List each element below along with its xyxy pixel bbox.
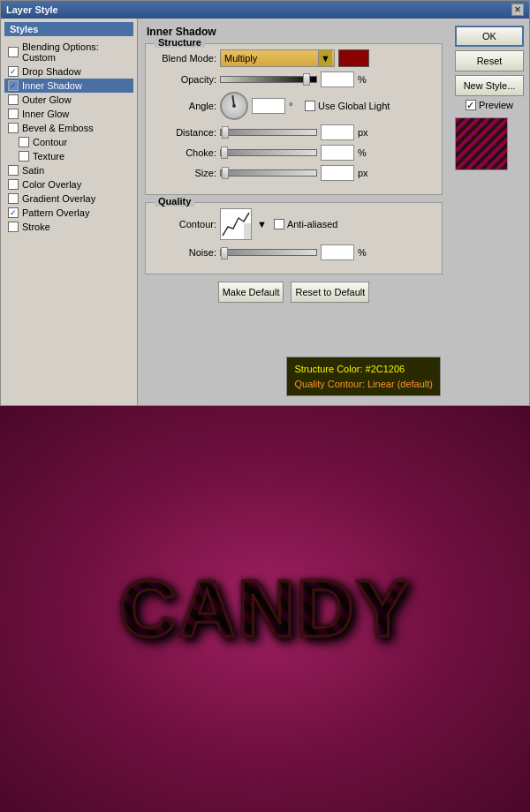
buttons-panel: OK Reset New Style... ✓ Preview	[450, 19, 529, 405]
use-global-light-checkbox[interactable]	[305, 101, 315, 111]
choke-row: Choke: 0 %	[155, 145, 433, 161]
contour-row-label: Contour:	[155, 219, 216, 229]
angle-needle	[231, 95, 235, 106]
inner-shadow-label: Inner Shadow	[22, 80, 82, 91]
blend-mode-dropdown-arrow[interactable]: ▼	[318, 50, 332, 66]
sidebar-item-drop-shadow[interactable]: Drop Shadow	[4, 64, 133, 79]
canvas-area: CANDY	[0, 406, 530, 812]
distance-slider-container	[220, 129, 317, 136]
sidebar-item-contour[interactable]: Contour	[4, 135, 133, 149]
angle-input[interactable]: 172	[252, 98, 285, 114]
size-unit: px	[358, 168, 370, 178]
blend-color-swatch[interactable]	[338, 49, 369, 67]
ok-button[interactable]: OK	[455, 26, 524, 47]
inner-glow-label: Inner Glow	[22, 109, 69, 119]
sidebar-item-gradient-overlay[interactable]: Gradient Overlay	[4, 192, 133, 206]
layer-style-dialog: Layer Style ✕ Styles Blending Options: C…	[0, 0, 530, 406]
choke-unit: %	[358, 147, 370, 158]
anti-aliased-text: Anti-aliased	[287, 219, 337, 229]
satin-checkbox[interactable]	[8, 165, 19, 176]
gradient-overlay-label: Gradient Overlay	[22, 193, 95, 204]
distance-unit: px	[358, 127, 370, 138]
anti-aliased-checkbox[interactable]	[274, 219, 284, 229]
distance-slider-track[interactable]	[220, 129, 317, 136]
new-style-button[interactable]: New Style...	[455, 75, 524, 96]
noise-slider-thumb[interactable]	[221, 247, 228, 259]
noise-unit: %	[358, 247, 370, 258]
opacity-slider-container	[220, 76, 317, 83]
size-row: Size: 5 px	[155, 165, 433, 181]
drop-shadow-checkbox[interactable]	[8, 66, 19, 77]
inner-glow-checkbox[interactable]	[8, 109, 19, 119]
gradient-overlay-checkbox[interactable]	[8, 193, 19, 204]
inner-shadow-checkbox[interactable]	[8, 80, 19, 91]
blend-mode-label: Blend Mode:	[155, 53, 216, 64]
bevel-emboss-checkbox[interactable]	[8, 123, 19, 133]
sidebar-item-pattern-overlay[interactable]: Pattern Overlay	[4, 206, 133, 220]
close-button[interactable]: ✕	[511, 4, 524, 16]
opacity-unit: %	[358, 74, 370, 85]
blending-options-label: Blending Options: Custom	[22, 41, 130, 63]
pattern-overlay-checkbox[interactable]	[8, 207, 19, 218]
choke-label: Choke:	[155, 147, 216, 158]
sidebar-item-bevel-emboss[interactable]: Bevel & Emboss	[4, 121, 133, 135]
use-global-light-label[interactable]: Use Global Light	[305, 101, 390, 111]
tooltip-line2: Quality Contour: Linear (default)	[294, 377, 433, 392]
anti-aliased-label[interactable]: Anti-aliased	[274, 219, 337, 229]
sidebar-item-satin[interactable]: Satin	[4, 163, 133, 177]
pattern-overlay-label: Pattern Overlay	[22, 207, 89, 218]
stroke-checkbox[interactable]	[8, 222, 19, 232]
noise-slider-track[interactable]	[220, 249, 317, 256]
contour-dropdown-arrow[interactable]: ▼	[257, 219, 267, 229]
opacity-input[interactable]: 90	[321, 71, 354, 87]
sidebar-item-blending-options[interactable]: Blending Options: Custom	[4, 40, 133, 64]
outer-glow-checkbox[interactable]	[8, 94, 19, 105]
opacity-slider-track[interactable]	[220, 76, 317, 83]
choke-slider-track[interactable]	[220, 149, 317, 156]
size-input[interactable]: 5	[321, 165, 354, 181]
preview-swatch	[455, 117, 508, 170]
panel-title: Inner Shadow	[147, 26, 443, 38]
distance-slider-thumb[interactable]	[222, 126, 229, 139]
noise-slider-container	[220, 249, 317, 256]
opacity-label: Opacity:	[155, 74, 216, 85]
blend-mode-select[interactable]: Multiply ▼	[220, 49, 335, 67]
sidebar-item-stroke[interactable]: Stroke	[4, 220, 133, 234]
quality-label: Quality	[155, 196, 194, 207]
preview-checkbox[interactable]: ✓	[466, 100, 476, 110]
sidebar-item-inner-glow[interactable]: Inner Glow	[4, 107, 133, 121]
angle-dial[interactable]	[220, 92, 248, 120]
noise-input[interactable]: 0	[321, 244, 354, 260]
sidebar-item-color-overlay[interactable]: Color Overlay	[4, 177, 133, 192]
distance-label: Distance:	[155, 127, 216, 138]
make-default-button[interactable]: Make Default	[218, 282, 284, 303]
choke-slider-thumb[interactable]	[221, 147, 228, 159]
size-slider-track[interactable]	[220, 169, 317, 177]
blend-mode-value: Multiply	[224, 53, 257, 64]
reset-button[interactable]: Reset	[455, 50, 524, 71]
structure-label: Structure	[155, 37, 205, 48]
sidebar-item-texture[interactable]: Texture	[4, 149, 133, 163]
opacity-slider-thumb[interactable]	[303, 73, 310, 86]
blending-options-checkbox[interactable]	[8, 47, 19, 57]
quality-section: Quality Contour: ▼ Anti-aliased	[145, 202, 443, 274]
reset-default-button[interactable]: Reset to Default	[291, 282, 369, 303]
color-overlay-label: Color Overlay	[22, 179, 81, 190]
structure-section: Structure Blend Mode: Multiply ▼ Opacity…	[145, 43, 443, 195]
use-global-light-text: Use Global Light	[318, 101, 390, 111]
tooltip-line1-text: Structure Color: #2C1206	[294, 364, 405, 374]
sidebar-item-outer-glow[interactable]: Outer Glow	[4, 93, 133, 107]
distance-input[interactable]: 5	[321, 124, 354, 140]
size-slider-thumb[interactable]	[222, 167, 229, 179]
contour-checkbox[interactable]	[19, 137, 29, 147]
tooltip-box: Structure Color: #2C1206 Quality Contour…	[286, 357, 441, 396]
choke-input[interactable]: 0	[321, 145, 354, 161]
drop-shadow-label: Drop Shadow	[22, 66, 81, 77]
texture-checkbox[interactable]	[19, 151, 29, 162]
sidebar-item-inner-shadow[interactable]: Inner Shadow	[4, 79, 133, 93]
color-overlay-checkbox[interactable]	[8, 179, 19, 190]
dialog-title: Layer Style	[6, 4, 58, 15]
noise-label: Noise:	[155, 247, 216, 258]
tooltip-line2-value: Linear (default)	[367, 379, 433, 389]
contour-preview[interactable]	[220, 208, 252, 240]
